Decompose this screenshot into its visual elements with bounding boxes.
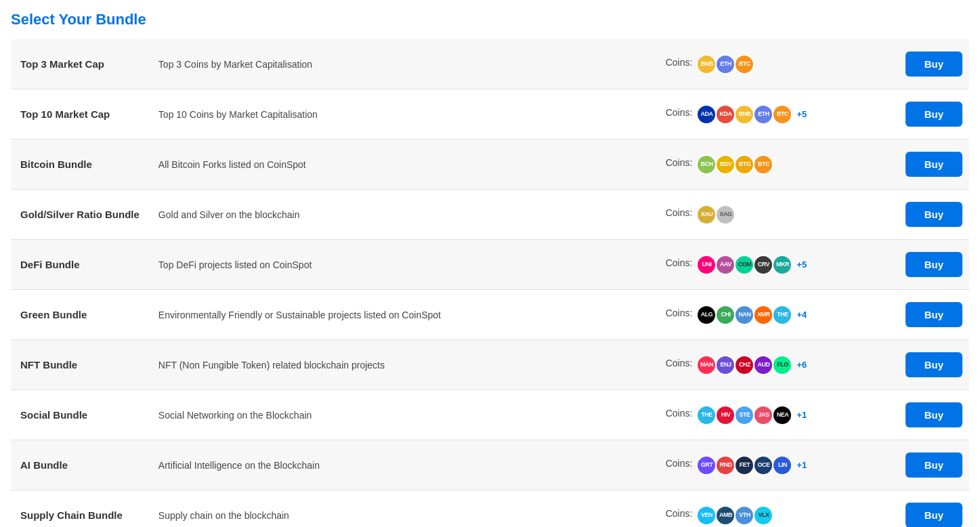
- coin-icon-audio: AUD: [753, 355, 773, 375]
- coin-icon-fet: FET: [734, 455, 754, 476]
- bundle-name-defi: DeFi Bundle: [11, 240, 149, 290]
- coin-icon-xmr: XMR: [753, 305, 773, 325]
- bundle-desc-nft: NFT (Non Fungible Token) related blockch…: [149, 340, 656, 390]
- coin-icon-mana: MAN: [696, 355, 717, 375]
- bundle-desc-goldsil: Gold and Silver on the blockchain: [149, 190, 656, 240]
- coin-icon-eth: ETH: [753, 104, 773, 125]
- buy-cell-top3: Buy: [846, 39, 969, 89]
- buy-button-green[interactable]: Buy: [906, 302, 962, 327]
- coin-icon-rndr: RND: [715, 455, 736, 476]
- coin-icon-btc: BTC: [772, 104, 792, 125]
- coin-icon-hive: HIV: [715, 405, 736, 425]
- coin-icon-ada: ADA: [696, 104, 717, 125]
- coins-label: Coins:: [666, 107, 693, 118]
- coin-icon-steem: STE: [734, 405, 754, 425]
- buy-cell-ai: Buy: [846, 440, 969, 490]
- coin-icons-nft: MANENJCHZAUDFLO+6: [696, 355, 807, 375]
- coin-icon-jasmy: JAS: [753, 405, 773, 425]
- bundle-name-bitcoin: Bitcoin Bundle: [11, 140, 149, 190]
- coin-icon-grt: GRT: [696, 455, 717, 476]
- coin-icon-btg: BTG: [734, 154, 754, 175]
- bundle-row: Green BundleEnvironmentally Friendly or …: [11, 290, 969, 340]
- coin-icons-goldsil: XAUXAG: [696, 205, 736, 225]
- buy-cell-supply: Buy: [846, 490, 969, 528]
- coin-icon-crv: CRV: [753, 255, 773, 275]
- buy-button-defi[interactable]: Buy: [906, 252, 962, 277]
- bundle-coins-social: Coins:THEHIVSTEJASNEA+1: [656, 390, 846, 440]
- coin-icon-chia: CHI: [715, 305, 736, 325]
- bundle-desc-social: Social Networking on the Blockchain: [149, 390, 656, 440]
- bundle-row: Social BundleSocial Networking on the Bl…: [11, 390, 969, 440]
- bundle-row: DeFi BundleTop DeFi projects listed on C…: [11, 240, 969, 290]
- coin-icon-enj: ENJ: [715, 355, 736, 375]
- bundle-coins-defi: Coins:UNIAAVCOMCRVMKR+5: [656, 240, 846, 290]
- coin-icons-defi: UNIAAVCOMCRVMKR+5: [696, 255, 807, 275]
- bundle-desc-green: Environmentally Friendly or Sustainable …: [149, 290, 656, 340]
- bundle-name-ai: AI Bundle: [11, 440, 149, 490]
- bundle-row: NFT BundleNFT (Non Fungible Token) relat…: [11, 340, 969, 390]
- bundle-coins-top3: Coins:BNBETHBTC: [656, 39, 846, 89]
- buy-cell-social: Buy: [846, 390, 969, 440]
- buy-cell-green: Buy: [846, 290, 969, 340]
- coin-icon-xaut: XAU: [696, 205, 717, 225]
- plus-badge-ai: +1: [796, 460, 807, 470]
- bundle-desc-supply: Supply chain on the blockchain: [149, 490, 656, 528]
- coins-label: Coins:: [666, 308, 693, 318]
- coin-icon-aave: AAV: [715, 255, 736, 275]
- buy-button-social[interactable]: Buy: [906, 402, 962, 427]
- buy-cell-nft: Buy: [846, 340, 969, 390]
- coins-label: Coins:: [666, 207, 693, 218]
- bundle-name-nft: NFT Bundle: [11, 340, 149, 390]
- coin-icon-near: NEA: [772, 405, 792, 425]
- coin-icon-theta: THE: [696, 405, 717, 425]
- coin-icon-ocean: OCE: [753, 455, 773, 476]
- bundle-desc-top10: Top 10 Coins by Market Capitalisation: [149, 89, 656, 140]
- buy-button-top3[interactable]: Buy: [906, 51, 962, 77]
- bundle-coins-supply: Coins:VENAMBVTHVLX: [656, 490, 846, 528]
- buy-button-top10[interactable]: Buy: [906, 102, 962, 127]
- buy-button-bitcoin[interactable]: Buy: [906, 152, 962, 177]
- bundle-name-top3: Top 3 Market Cap: [11, 39, 149, 89]
- coin-icon-ven: VEN: [696, 505, 717, 526]
- buy-cell-goldsil: Buy: [846, 190, 969, 240]
- coin-icon-vlx: VLX: [753, 505, 773, 526]
- buy-cell-bitcoin: Buy: [846, 140, 969, 190]
- coin-icon-theta: THE: [772, 305, 792, 325]
- coin-icons-ai: GRTRNDFETOCELIN+1: [696, 455, 807, 476]
- plus-badge-green: +4: [796, 310, 807, 320]
- coin-icon-xagt: XAG: [715, 205, 736, 225]
- bundle-name-top10: Top 10 Market Cap: [11, 89, 149, 140]
- coin-icons-social: THEHIVSTEJASNEA+1: [696, 405, 807, 425]
- coin-icons-green: ALGCHINANXMRTHE+4: [696, 305, 807, 325]
- page-title: Select Your Bundle: [11, 11, 969, 28]
- plus-badge-top10: +5: [796, 109, 807, 119]
- buy-cell-defi: Buy: [846, 240, 969, 290]
- coin-icon-btc: BTC: [734, 54, 754, 75]
- bundle-coins-ai: Coins:GRTRNDFETOCELIN+1: [656, 440, 846, 490]
- bundle-row: Gold/Silver Ratio BundleGold and Silver …: [11, 190, 969, 240]
- coins-label: Coins:: [666, 408, 693, 419]
- bundle-coins-green: Coins:ALGCHINANXMRTHE+4: [656, 290, 846, 340]
- buy-button-goldsil[interactable]: Buy: [906, 202, 962, 227]
- coin-icon-bch: BCH: [696, 154, 717, 175]
- bundle-coins-bitcoin: Coins:BCHBSVBTGBTC: [656, 140, 846, 190]
- bundle-desc-defi: Top DeFi projects listed on CoinSpot: [149, 240, 656, 290]
- plus-badge-nft: +6: [796, 360, 807, 370]
- coin-icon-chz: CHZ: [734, 355, 754, 375]
- bundle-row: Bitcoin BundleAll Bitcoin Forks listed o…: [11, 140, 969, 190]
- buy-button-nft[interactable]: Buy: [906, 352, 962, 377]
- coins-label: Coins:: [666, 157, 693, 168]
- coin-icon-bnb: BNB: [696, 54, 717, 75]
- coin-icon-kda: KDA: [715, 104, 736, 125]
- buy-button-ai[interactable]: Buy: [906, 452, 962, 478]
- coin-icon-link: LIN: [772, 455, 792, 476]
- coin-icons-top3: BNBETHBTC: [696, 54, 754, 75]
- bundle-name-goldsil: Gold/Silver Ratio Bundle: [11, 190, 149, 240]
- coin-icon-nano: NAN: [734, 305, 754, 325]
- buy-cell-top10: Buy: [846, 89, 969, 140]
- coin-icon-algo: ALG: [696, 305, 717, 325]
- coin-icon-bnb: BNB: [734, 104, 754, 125]
- buy-button-supply[interactable]: Buy: [906, 503, 962, 527]
- coin-icon-vtho: VTH: [734, 505, 754, 526]
- bundle-row: Top 10 Market CapTop 10 Coins by Market …: [11, 89, 969, 140]
